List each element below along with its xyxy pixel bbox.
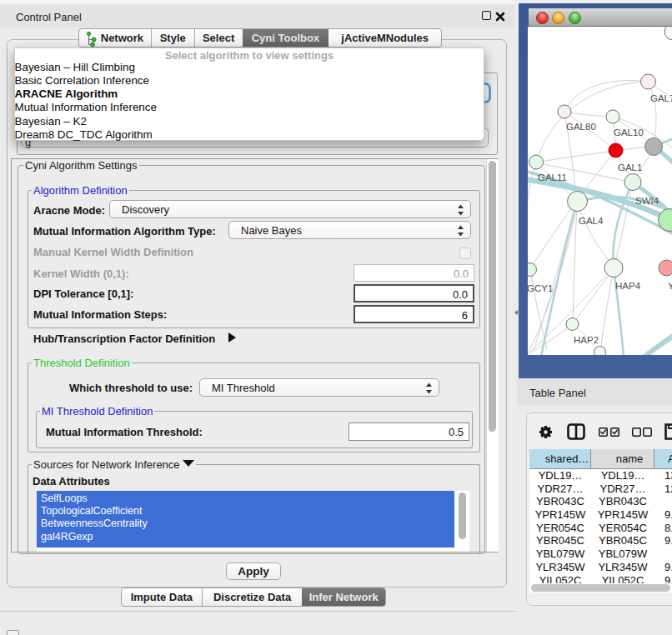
- svg-text:GCY1: GCY1: [528, 283, 553, 293]
- svg-text:SWI4: SWI4: [635, 196, 659, 206]
- svg-text:GAL11: GAL11: [538, 172, 567, 182]
- svg-text:GAL1: GAL1: [618, 162, 642, 172]
- svg-text:Y: Y: [668, 281, 672, 291]
- svg-text:GAL80: GAL80: [566, 122, 596, 132]
- svg-text:GAL10: GAL10: [614, 128, 644, 138]
- svg-text:GAL4: GAL4: [579, 216, 604, 226]
- svg-text:HAP4: HAP4: [615, 281, 641, 291]
- svg-text:HAP2: HAP2: [574, 335, 599, 345]
- svg-text:GAL7: GAL7: [650, 93, 672, 103]
